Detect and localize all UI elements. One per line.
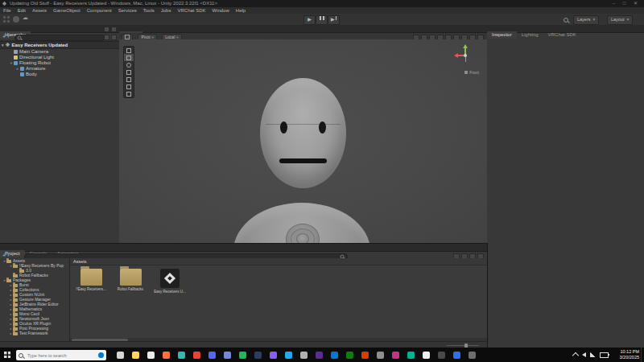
account-avatar[interactable]: [13, 16, 19, 23]
menu-item[interactable]: GameObject: [50, 7, 84, 14]
asset-item[interactable]: !!Easy Receivers...: [73, 269, 109, 291]
rotate-tool[interactable]: [124, 61, 134, 68]
taskbar-app-icon[interactable]: [113, 348, 128, 362]
object-icon: [14, 56, 18, 60]
taskbar-app-icon[interactable]: [174, 348, 189, 362]
menu-item[interactable]: VRChat SDK: [174, 7, 208, 14]
app-glyph: [285, 352, 292, 359]
project-folder-tree: ▾Assets ▾!!Easy Receivers By Pup 3.0 Rob…: [0, 258, 70, 342]
taskbar-app-icon[interactable]: [464, 348, 480, 362]
hierarchy-item[interactable]: ▾Floating Robot: [0, 60, 119, 66]
start-button[interactable]: [4, 352, 10, 358]
layout-dropdown[interactable]: Layout▾: [607, 15, 633, 25]
taskbar-app-icon[interactable]: [327, 348, 342, 362]
taskbar-app-icon[interactable]: [434, 348, 449, 362]
chest-ring-outer: [286, 224, 320, 243]
robot-body[interactable]: [233, 203, 370, 243]
menu-item[interactable]: File: [0, 7, 14, 14]
step-button[interactable]: ▶: [328, 15, 340, 25]
hierarchy-search-field[interactable]: [14, 35, 105, 41]
taskbar-app-icon[interactable]: [159, 348, 174, 362]
menu-item[interactable]: Assets: [29, 7, 50, 14]
windows-taskbar: 10:12 PM 3/20/2025: [0, 348, 644, 362]
hierarchy-item[interactable]: ▸Armature: [0, 66, 119, 72]
app-glyph: [117, 352, 124, 359]
taskbar-app-icon[interactable]: [204, 348, 220, 362]
taskbar-app-icon[interactable]: [449, 348, 464, 362]
add-object-caret[interactable]: ▾: [7, 33, 10, 40]
hierarchy-item[interactable]: Body: [0, 72, 119, 77]
hierarchy-filter-icons[interactable]: [104, 35, 117, 40]
hierarchy-item[interactable]: Directional Light: [0, 55, 119, 60]
add-object-button[interactable]: +: [2, 33, 6, 40]
robot-mouth: [279, 158, 327, 163]
rect-tool[interactable]: [124, 76, 134, 83]
inspector-tab[interactable]: Lighting: [517, 31, 543, 39]
taskbar-app-icon[interactable]: [220, 348, 235, 362]
volume-icon[interactable]: [582, 352, 586, 357]
cube-icon: [464, 71, 468, 74]
menu-item[interactable]: Edit: [14, 7, 29, 14]
inspector-tab[interactable]: Inspector: [487, 31, 517, 39]
taskbar-clock[interactable]: 10:12 PM 3/20/2025: [620, 349, 639, 360]
move-tool[interactable]: [124, 54, 134, 61]
taskbar-app-icon[interactable]: [312, 348, 327, 362]
menu-item[interactable]: Component: [84, 7, 115, 14]
menu-item[interactable]: Jobs: [158, 7, 175, 14]
hierarchy-tabstrip: Hierarchy: [0, 25, 119, 33]
transform-tool[interactable]: [124, 83, 134, 90]
tray-overflow-icon[interactable]: [572, 352, 579, 359]
hierarchy-item[interactable]: Main Camera: [0, 49, 119, 55]
cortana-icon[interactable]: [98, 352, 104, 358]
menu-item[interactable]: Tools: [140, 7, 158, 14]
taskbar-search[interactable]: [16, 350, 106, 360]
menu-item[interactable]: Window: [208, 7, 232, 14]
scene-viewport[interactable]: Front: [119, 39, 487, 243]
network-icon[interactable]: [590, 352, 596, 357]
window-controls[interactable]: – □ ✕: [613, 0, 641, 7]
project-tree-item[interactable]: ▾!!Easy Receivers By Pup: [0, 263, 69, 268]
show-desktop-button[interactable]: [641, 348, 644, 362]
project-tree-item[interactable]: ▸Test Framework: [0, 331, 69, 335]
view-orientation-label[interactable]: Front: [464, 70, 479, 75]
layers-dropdown[interactable]: Layers▾: [573, 15, 599, 25]
asset-item[interactable]: Easy Receivers U...: [152, 269, 188, 294]
taskbar-app-icon[interactable]: [388, 348, 403, 362]
taskbar-app-icon[interactable]: [143, 348, 159, 362]
taskbar-app-icon[interactable]: [342, 348, 357, 362]
taskbar-app-icon[interactable]: [357, 348, 373, 362]
orientation-gizmo[interactable]: [455, 44, 476, 65]
scale-tool[interactable]: [124, 68, 134, 76]
battery-icon[interactable]: [600, 352, 609, 358]
app-glyph: [224, 352, 231, 359]
pause-button[interactable]: [316, 15, 328, 25]
taskbar-app-icon[interactable]: [250, 348, 266, 362]
play-button[interactable]: ▶: [303, 15, 316, 25]
scene-header-row[interactable]: ▾Easy Receivers Updated: [0, 41, 119, 49]
custom-tool[interactable]: [124, 90, 134, 97]
taskbar-app-icon[interactable]: [128, 348, 143, 362]
taskbar-app-icon[interactable]: [266, 348, 281, 362]
menu-item[interactable]: Help: [233, 7, 249, 14]
search-icon[interactable]: [564, 18, 568, 23]
taskbar-app-icon[interactable]: [189, 348, 204, 362]
taskbar-search-input[interactable]: [26, 350, 100, 362]
view-tool[interactable]: [124, 47, 134, 54]
taskbar-app-icon[interactable]: [235, 348, 250, 362]
taskbar-app-icon[interactable]: [281, 348, 296, 362]
taskbar-app-icon[interactable]: [373, 348, 388, 362]
zoom-slider-track[interactable]: [447, 345, 479, 347]
menu-item[interactable]: Services: [115, 7, 140, 14]
cloud-services-icon[interactable]: ☁: [23, 14, 28, 21]
robot-head[interactable]: [260, 78, 346, 188]
folder-icon: [13, 303, 18, 306]
grid-menu-icon[interactable]: [3, 16, 10, 23]
taskbar-app-icon[interactable]: [403, 348, 419, 362]
asset-item[interactable]: Robot Fallbacks: [113, 269, 148, 291]
folder-icon: [13, 265, 18, 268]
panel-options-icons[interactable]: [104, 27, 117, 32]
expander-icon[interactable]: ▾: [0, 43, 6, 47]
taskbar-app-icon[interactable]: [419, 348, 434, 362]
taskbar-app-icon[interactable]: [296, 348, 312, 362]
inspector-tab[interactable]: VRChat SDK: [543, 31, 581, 39]
